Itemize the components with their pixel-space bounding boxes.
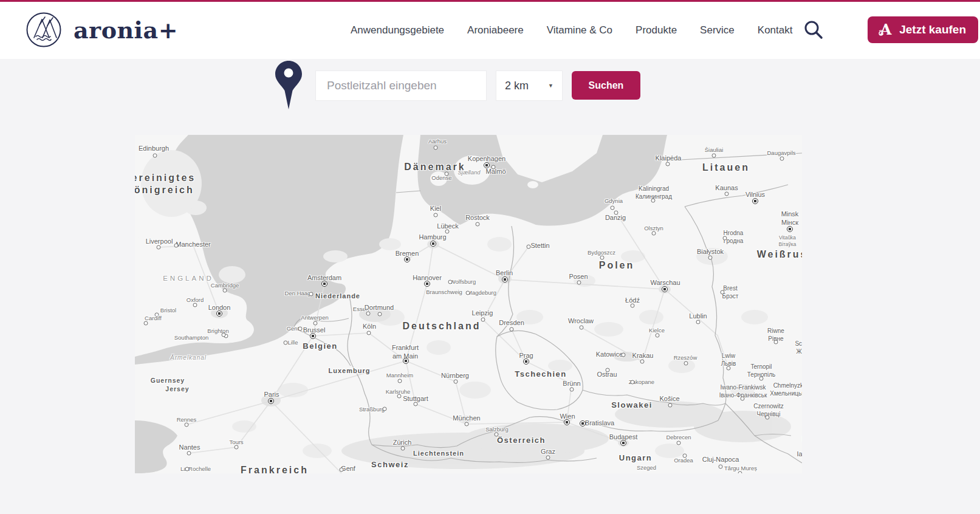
buy-now-label: Jetzt kaufen	[899, 23, 966, 36]
store-locator-section: 2 km ▼ Suchen	[0, 59, 980, 514]
chevron-down-icon: ▼	[548, 83, 553, 89]
nav-item-vitamine[interactable]: Vitamine & Co	[547, 24, 612, 36]
europe-map[interactable]: Vereinigtes KönigreichDänemarkLitauenPol…	[135, 135, 802, 473]
search-icon[interactable]	[803, 19, 824, 40]
aronia-logo-icon	[26, 12, 61, 47]
radius-value: 2 km	[505, 80, 529, 92]
site-header: aronia+ Anwendungsgebiete Aroniabeere Vi…	[0, 2, 980, 59]
buy-now-button[interactable]: A Jetzt kaufen	[868, 16, 978, 43]
nav-item-service[interactable]: Service	[700, 24, 735, 36]
nav-item-aroniabeere[interactable]: Aroniabeere	[467, 24, 524, 36]
map-canvas	[135, 135, 802, 473]
nav-item-produkte[interactable]: Produkte	[636, 24, 677, 36]
nav-item-kontakt[interactable]: Kontakt	[758, 24, 793, 36]
nav-item-anwendungsgebiete[interactable]: Anwendungsgebiete	[351, 24, 444, 36]
pharmacy-icon: A	[877, 22, 893, 38]
main-nav: Anwendungsgebiete Aroniabeere Vitamine &…	[351, 2, 792, 59]
brand-name: aronia+	[74, 16, 178, 44]
radius-select[interactable]: 2 km ▼	[496, 70, 563, 101]
location-pin-icon	[275, 61, 302, 109]
search-submit-button[interactable]: Suchen	[572, 71, 640, 100]
brand-logo[interactable]: aronia+	[26, 12, 178, 47]
postcode-input[interactable]	[315, 70, 487, 101]
